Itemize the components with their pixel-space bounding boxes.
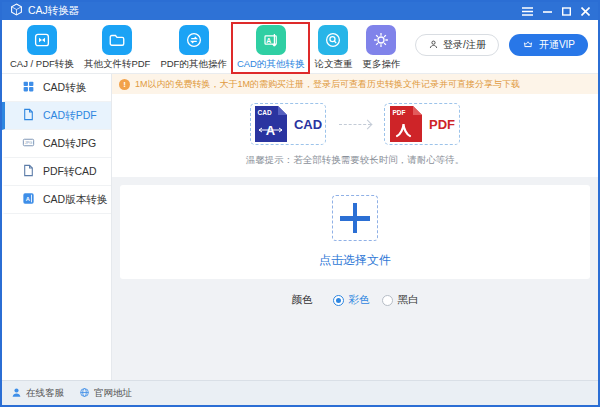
toolbar-item-label: 论文查重 xyxy=(314,58,352,71)
jpg-file-icon: JPG xyxy=(22,136,35,151)
sidebar-item-label: CAD转换 xyxy=(43,81,86,95)
online-service-label: 在线客服 xyxy=(26,387,64,400)
source-format-box: CAD A CAD xyxy=(250,103,326,145)
sidebar-item-cad-to-jpg[interactable]: JPG CAD转JPG xyxy=(2,130,111,158)
radio-black-white-label: 黑白 xyxy=(398,293,419,307)
color-option-row: 颜色 彩色 黑白 xyxy=(112,293,598,307)
folder-to-pdf-icon xyxy=(102,25,132,55)
sidebar-item-pdf-to-cad[interactable]: PDF转CAD xyxy=(2,158,111,186)
online-service-link[interactable]: 在线客服 xyxy=(11,387,64,400)
toolbar-item-label: 更多操作 xyxy=(362,58,400,71)
support-person-icon xyxy=(11,387,22,400)
minimize-button[interactable] xyxy=(543,7,552,16)
website-label: 官网地址 xyxy=(94,387,132,400)
tip-text: 温馨提示：若全部转换需要较长时间，请耐心等待。 xyxy=(112,154,598,167)
titlebar: CAJ转换器 xyxy=(2,2,598,20)
select-file-label: 点击选择文件 xyxy=(319,252,391,269)
source-format-label: CAD xyxy=(294,117,322,132)
open-vip-label: 开通VIP xyxy=(539,38,575,52)
cad-convert-icon: A xyxy=(256,25,286,55)
sidebar: CAD转换 CAD转PDF JPG CAD转JPG PDF转CAD A CAD版… xyxy=(2,74,112,380)
file-select-card[interactable]: 点击选择文件 xyxy=(120,185,590,279)
target-format-label: PDF xyxy=(429,117,455,132)
sidebar-item-cad-version-convert[interactable]: A CAD版本转换 xyxy=(2,186,111,214)
plagiarism-check-icon xyxy=(318,25,348,55)
content-area: CAD转换 CAD转PDF JPG CAD转JPG PDF转CAD A CAD版… xyxy=(2,74,598,380)
radio-color-label: 彩色 xyxy=(349,293,370,307)
cad-file-icon: CAD A xyxy=(254,105,288,143)
info-icon: ! xyxy=(119,79,130,90)
color-radio-group: 彩色 黑白 xyxy=(333,293,419,307)
app-window: CAJ转换器 CAJ / PDF转换 其他文件转PDF PDF的其他操作 xyxy=(0,0,600,407)
grid-icon xyxy=(22,80,35,95)
menu-icon[interactable] xyxy=(522,7,533,16)
crown-icon xyxy=(522,39,534,52)
toolbar: CAJ / PDF转换 其他文件转PDF PDF的其他操作 A CAD的其他转换… xyxy=(2,20,598,74)
svg-text:CAD: CAD xyxy=(257,109,271,116)
login-register-button[interactable]: 登录/注册 xyxy=(415,34,499,56)
sidebar-item-label: PDF转CAD xyxy=(43,165,97,179)
notice-bar: ! 1M以内的免费转换，大于1M的需购买注册，登录后可查看历史转换文件记录并可直… xyxy=(112,74,598,94)
gear-icon xyxy=(366,25,396,55)
notice-text: 1M以内的免费转换，大于1M的需购买注册，登录后可查看历史转换文件记录并可直接分… xyxy=(135,78,520,91)
plus-icon xyxy=(340,203,370,233)
pdf-file-icon xyxy=(22,164,35,179)
main-panel: ! 1M以内的免费转换，大于1M的需购买注册，登录后可查看历史转换文件记录并可直… xyxy=(112,74,598,380)
toolbar-item-label: PDF的其他操作 xyxy=(160,58,227,71)
toolbar-item-more-operations[interactable]: 更多操作 xyxy=(357,23,405,73)
pdf-file-icon xyxy=(22,108,35,123)
window-controls xyxy=(522,7,590,16)
add-file-button[interactable] xyxy=(332,195,378,241)
radio-selected-icon xyxy=(333,295,344,306)
svg-text:A: A xyxy=(266,37,271,44)
sidebar-item-label: CAD转PDF xyxy=(43,109,97,123)
sidebar-item-cad-convert[interactable]: CAD转换 xyxy=(2,74,111,102)
conversion-hero: CAD A CAD PDF xyxy=(112,94,598,177)
statusbar: 在线客服 官网地址 xyxy=(2,380,598,405)
svg-text:A: A xyxy=(26,196,30,202)
toolbar-item-pdf-operations[interactable]: PDF的其他操作 xyxy=(155,23,232,73)
toolbar-item-other-to-pdf[interactable]: 其他文件转PDF xyxy=(79,23,156,73)
pdf-operations-sync-icon xyxy=(179,25,209,55)
maximize-button[interactable] xyxy=(562,7,571,16)
app-logo-icon xyxy=(10,2,23,20)
toolbar-item-plagiarism-check[interactable]: 论文查重 xyxy=(309,23,357,73)
svg-text:JPG: JPG xyxy=(25,141,32,145)
toolbar-item-cad-other-convert[interactable]: A CAD的其他转换 xyxy=(232,23,310,73)
cad-badge-icon: A xyxy=(22,192,35,207)
color-option-label: 颜色 xyxy=(292,293,313,307)
window-title: CAJ转换器 xyxy=(28,4,79,18)
toolbar-item-label: 其他文件转PDF xyxy=(84,58,151,71)
sidebar-item-label: CAD转JPG xyxy=(43,137,96,151)
website-link[interactable]: 官网地址 xyxy=(79,387,132,400)
radio-color[interactable]: 彩色 xyxy=(333,293,370,307)
radio-unselected-icon xyxy=(382,295,393,306)
sidebar-item-cad-to-pdf[interactable]: CAD转PDF xyxy=(2,102,111,130)
svg-text:A: A xyxy=(266,123,276,138)
arrow-right-icon xyxy=(339,124,371,125)
pdf-convert-icon xyxy=(27,25,57,55)
sidebar-item-label: CAD版本转换 xyxy=(43,193,107,207)
globe-icon xyxy=(79,387,90,400)
pdf-file-icon: PDF xyxy=(389,105,423,143)
person-icon xyxy=(428,39,439,52)
login-register-label: 登录/注册 xyxy=(443,38,486,52)
auth-buttons: 登录/注册 开通VIP xyxy=(415,34,588,56)
toolbar-item-label: CAJ / PDF转换 xyxy=(10,58,74,71)
toolbar-item-label: CAD的其他转换 xyxy=(237,58,305,71)
close-button[interactable] xyxy=(581,7,590,16)
radio-black-white[interactable]: 黑白 xyxy=(382,293,419,307)
toolbar-item-caj-pdf-convert[interactable]: CAJ / PDF转换 xyxy=(5,23,79,73)
open-vip-button[interactable]: 开通VIP xyxy=(509,34,588,56)
target-format-box: PDF PDF xyxy=(384,103,460,145)
svg-text:PDF: PDF xyxy=(393,109,406,116)
